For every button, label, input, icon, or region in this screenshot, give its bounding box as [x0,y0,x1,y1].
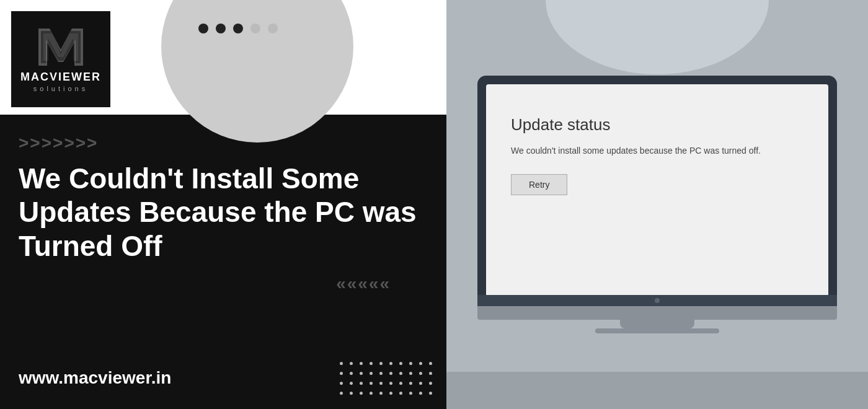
dot-pattern-item [340,392,343,395]
laptop-bezel-bottom [477,295,837,306]
dot-pattern-item [399,382,402,385]
left-panel: MACVIEWER solutions >>>>>>> We Couldn't … [0,0,446,409]
dot-pattern-item [429,362,432,365]
dot-pattern-item [340,372,343,375]
dot-pattern-item [350,362,353,365]
dot-pattern-item [389,392,392,395]
dot-pattern-item [389,372,392,375]
main-content-area: >>>>>>> We Couldn't Install Some Updates… [0,115,446,347]
dot-pattern-item [409,392,412,395]
dot-pattern-item [409,372,412,375]
dot-pattern-item [429,372,432,375]
dot-pattern-item [399,392,402,395]
logo-icon [36,26,86,68]
dot-pattern-item [379,382,383,385]
retry-button[interactable]: Retry [511,174,567,195]
dot-pattern-item [399,372,402,375]
dot-pattern-item [360,372,363,375]
dot-pattern-item [379,362,383,365]
logo-box: MACVIEWER solutions [11,11,110,107]
laptop-screen-frame: Update status We couldn't install some u… [477,76,837,295]
laptop-base [477,306,837,320]
dot-pattern-item [379,372,383,375]
dot-pattern-item [419,392,422,395]
dot-pattern-item [370,372,373,375]
dot-pattern-item [350,392,353,395]
dots-pattern-decoration: // Will be rendered via JS below [340,362,434,397]
dot-pattern-item [429,382,432,385]
dot-pattern-item [379,392,383,395]
dot-pattern-item [429,392,432,395]
dot-pattern-item [350,372,353,375]
dot-pattern-item [419,372,422,375]
laptop-stand [620,320,694,328]
dot-pattern-item [370,362,373,365]
dot-pattern-item [419,362,422,365]
dot-pattern-item [419,382,422,385]
logo-sub: solutions [33,85,88,92]
dot-pattern-item [340,362,343,365]
laptop-foot [595,328,719,333]
laptop-mockup: Update status We couldn't install some u… [477,76,837,333]
chevrons-bottom-decoration: ««««« [19,274,428,294]
dot-5 [268,24,278,33]
dot-4 [250,24,260,33]
dot-2 [216,24,226,33]
laptop-camera-dot [655,298,660,303]
dot-pattern-item [360,362,363,365]
website-url: www.macviewer.in [19,368,171,388]
dot-pattern-item [409,382,412,385]
dot-pattern-item [360,392,363,395]
dot-3 [233,24,243,33]
main-headline: We Couldn't Install Some Updates Because… [19,162,428,263]
dot-pattern-item [389,362,392,365]
svg-marker-2 [43,33,78,61]
logo-brand: MACVIEWER [20,71,101,84]
dot-pattern-item [399,362,402,365]
dot-pattern-item [389,382,392,385]
right-circle-decoration [546,0,769,74]
right-panel: Update status We couldn't install some u… [446,0,868,409]
update-status-description: We couldn't install some updates because… [511,146,804,156]
dot-pattern-item [370,392,373,395]
dot-1 [198,24,208,33]
laptop-screen: Update status We couldn't install some u… [486,84,828,295]
dot-pattern-item [340,382,343,385]
update-status-title: Update status [511,115,804,134]
dot-pattern-item [350,382,353,385]
dot-pattern-item [360,382,363,385]
dot-pattern-item [409,362,412,365]
dot-pattern-item [370,382,373,385]
right-bottom-bar [446,372,868,409]
pagination-dots [198,24,278,33]
